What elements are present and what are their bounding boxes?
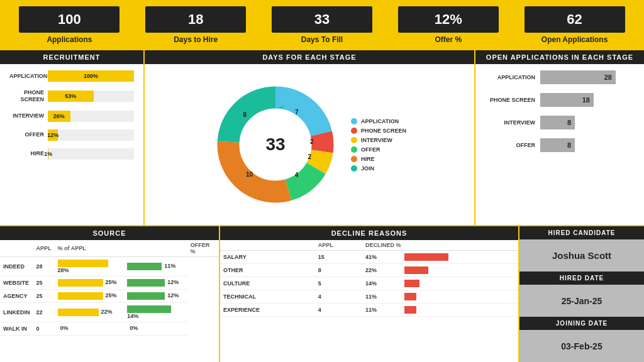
legend-dot: [351, 146, 357, 153]
hired-date-label: HIRED DATE: [519, 272, 644, 285]
decline-table-row: EXPERIENCE411%: [220, 304, 518, 317]
decline-bar-red: [404, 280, 419, 287]
hired-date-value: 25-Jan-25: [519, 285, 644, 317]
open-apps-bars: APPLICATION28PHONE SCREEN18INTERVIEW8OFF…: [475, 64, 644, 167]
recruitment-bar-label: INTERVIEW: [9, 112, 44, 119]
metric-open-apps: 62 Open Applications: [525, 6, 625, 44]
decline-reason: TECHNICAL: [220, 290, 315, 304]
legend-dot: [351, 165, 357, 172]
source-bar-appl: 28%: [55, 257, 125, 277]
legend-dot: [351, 156, 357, 162]
donut-segment-label: 10: [246, 171, 253, 178]
source-bar-offer: 14%: [124, 303, 187, 322]
legend-dot: [351, 137, 357, 143]
recruitment-bar-row: INTERVIEW26%: [9, 111, 134, 122]
source-appl: 0: [33, 322, 55, 336]
recruitment-title: RECRUITMENT: [0, 50, 143, 64]
open-bar-fill: 28: [540, 70, 616, 84]
recruitment-bar-label: APPLICATION: [9, 73, 44, 80]
open-bar-label: OFFER: [485, 142, 535, 148]
recruitment-bar-row: APPLICATION100%: [9, 70, 134, 82]
legend-label: APPLICATION: [361, 118, 399, 124]
recruitment-bar-fill: 26%: [48, 111, 70, 122]
open-bar-row: INTERVIEW8: [485, 116, 635, 129]
source-bar-appl: 22%: [55, 303, 125, 322]
recruitment-bar-fill: 12%: [48, 129, 58, 141]
decline-bar-cell: [401, 264, 518, 277]
recruitment-bar-fill: 100%: [48, 70, 134, 82]
source-appl: 22: [33, 303, 55, 322]
source-name: LINKEDIN: [0, 303, 33, 322]
source-bar-offer: 11%: [124, 257, 187, 277]
recruitment-bar-container: 100%: [48, 70, 134, 82]
legend-item: OFFER: [351, 146, 406, 153]
decline-reason: CULTURE: [220, 277, 315, 290]
source-table-row: LINKEDIN2222%14%: [0, 303, 219, 322]
donut-segment-label: 4: [295, 172, 299, 178]
source-col-offer-pct: OFFER %: [187, 240, 219, 257]
recruitment-bar-row: HIRE1%: [9, 148, 134, 160]
donut-segment-label: 2: [308, 153, 311, 160]
recruitment-bar-container: 1%: [48, 148, 134, 160]
metric-days-to-hire: 18 Days to Hire: [145, 6, 246, 44]
open-bar-row: OFFER8: [485, 138, 635, 152]
recruitment-panel: RECRUITMENT APPLICATION100%PHONE SCREEN5…: [0, 50, 145, 225]
source-bar-yellow: [58, 309, 99, 316]
decline-bar-cell: [401, 290, 518, 304]
decline-table-row: SALARY1541%: [220, 251, 518, 264]
legend-label: JOIN: [361, 165, 374, 172]
decline-reason: OTHER: [220, 264, 315, 277]
source-name: WEBSITE: [0, 277, 33, 290]
source-name: AGENCY: [0, 290, 33, 303]
open-applications-panel: OPEN APPLICATIONS IN EACH STAGE APPLICAT…: [474, 50, 644, 225]
open-apps-title: OPEN APPLICATIONS IN EACH STAGE: [475, 50, 644, 64]
open-bar-row: PHONE SCREEN18: [485, 93, 635, 107]
source-bar-green: [127, 263, 162, 270]
decline-bar-red: [404, 306, 416, 314]
source-bar-appl: 0%: [55, 322, 125, 336]
legend-item: JOIN: [351, 165, 406, 172]
source-bar-yellow: [58, 279, 103, 287]
recruitment-bar-container: 53%: [48, 90, 134, 102]
open-apps-label: Open Applications: [541, 35, 608, 44]
decline-bar-red: [404, 266, 428, 274]
open-bar-fill: 8: [540, 116, 575, 129]
source-bar-yellow: [58, 292, 103, 300]
source-table: APPL % of APPL OFFER % INDEED2828%11%WEB…: [0, 240, 219, 336]
decline-bar-red: [404, 253, 448, 261]
source-appl: 25: [33, 277, 55, 290]
decline-reason: EXPERIENCE: [220, 304, 315, 317]
decline-bar-red: [404, 293, 416, 300]
main-content: RECRUITMENT APPLICATION100%PHONE SCREEN5…: [0, 50, 644, 362]
donut-segment-label: 2: [310, 138, 314, 145]
decline-table-row: OTHER822%: [220, 264, 518, 277]
recruitment-bar-label: HIRE: [9, 150, 44, 157]
source-bar-offer: 0%: [124, 322, 187, 336]
hired-candidate-name: Joshua Scott: [519, 239, 644, 272]
donut-panel: DAYS FOR EACH STAGE 33 7224108 APPLICATI…: [145, 50, 474, 225]
legend-dot: [351, 128, 357, 134]
decline-table-row: TECHNICAL411%: [220, 290, 518, 304]
source-bar-green: [127, 292, 165, 300]
decline-col-appl: APPL: [315, 240, 362, 251]
donut-center-value: 33: [265, 134, 285, 155]
source-bar-offer: 12%: [124, 290, 187, 303]
legend-item: INTERVIEW: [351, 137, 406, 143]
donut-content: 33 7224108 APPLICATIONPHONE SCREENINTERV…: [145, 64, 474, 225]
recruitment-bar-container: 12%: [48, 129, 134, 141]
decline-appl: 5: [315, 277, 362, 290]
source-table-row: WEBSITE2525%12%: [0, 277, 219, 290]
donut-segment-label: 8: [243, 111, 247, 118]
recruitment-bar-label: PHONE SCREEN: [9, 89, 44, 103]
decline-col-reason: [220, 240, 315, 251]
recruitment-bars: APPLICATION100%PHONE SCREEN53%INTERVIEW2…: [0, 64, 143, 173]
decline-reason: SALARY: [220, 251, 315, 264]
hired-candidate-label: HIRED CANDIDATE: [519, 226, 644, 239]
source-name: INDEED: [0, 257, 33, 277]
applications-value: 100: [19, 6, 119, 33]
legend-label: PHONE SCREEN: [361, 128, 406, 134]
source-bar-yellow: [58, 260, 108, 267]
days-to-hire-label: Days to Hire: [174, 35, 218, 44]
metric-days-to-fill: 33 Days To Fill: [272, 6, 372, 44]
donut-segment-label: 7: [295, 109, 299, 116]
